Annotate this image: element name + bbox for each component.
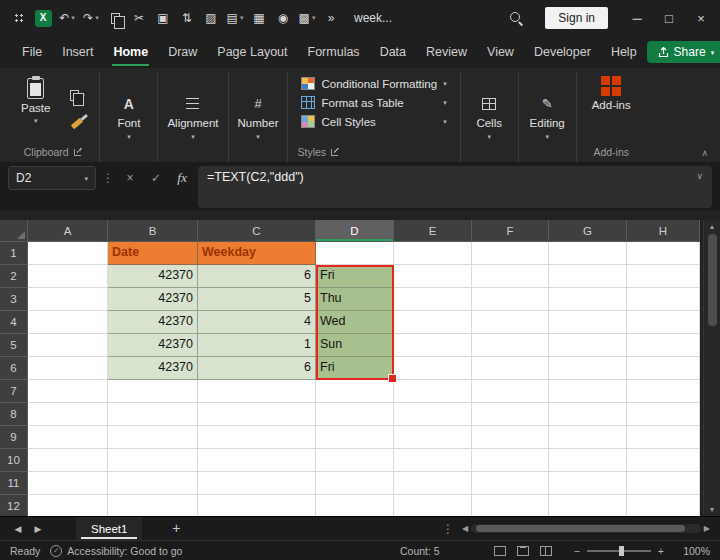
cell-f3[interactable] (472, 288, 549, 311)
cell-a7[interactable] (28, 380, 108, 403)
cell-g11[interactable] (549, 472, 627, 495)
maximize-button[interactable]: □ (654, 3, 684, 33)
paste-button[interactable]: Paste ▾ (15, 74, 56, 143)
menu-tab-developer[interactable]: Developer (524, 37, 601, 67)
horizontal-scrollbar[interactable]: ◀ ▶ (462, 523, 710, 535)
cell-g1[interactable] (549, 242, 627, 265)
menu-tab-review[interactable]: Review (416, 37, 477, 67)
cell-e9[interactable] (394, 426, 472, 449)
page-break-view-icon[interactable] (540, 546, 552, 556)
cell-b6[interactable]: 42370 (108, 357, 198, 380)
cell-a5[interactable] (28, 334, 108, 357)
cell-a8[interactable] (28, 403, 108, 426)
undo-icon[interactable]: ↶▾ (56, 6, 78, 30)
zoom-level[interactable]: 100% (674, 545, 710, 557)
column-header-f[interactable]: F (472, 220, 549, 242)
cell-e8[interactable] (394, 403, 472, 426)
share-button[interactable]: Share ▾ (647, 41, 720, 63)
column-header-b[interactable]: B (108, 220, 198, 242)
column-header-g[interactable]: G (549, 220, 627, 242)
row-header-9[interactable]: 9 (0, 426, 28, 449)
row-header-11[interactable]: 11 (0, 472, 28, 495)
cell-g3[interactable] (549, 288, 627, 311)
sheet-options-icon[interactable]: ⋮ (434, 522, 462, 536)
menu-tab-view[interactable]: View (477, 37, 524, 67)
copy-button[interactable]: ▾ (64, 87, 90, 105)
cut-icon[interactable]: ✂ (128, 6, 150, 30)
scroll-left-icon[interactable]: ◀ (462, 524, 468, 533)
cell-f5[interactable] (472, 334, 549, 357)
expand-formula-bar-icon[interactable]: ∨ (696, 171, 703, 181)
cell-e5[interactable] (394, 334, 472, 357)
cell-c9[interactable] (198, 426, 316, 449)
horizontal-scroll-track[interactable] (471, 524, 701, 533)
accessibility-status[interactable]: ✓ Accessibility: Good to go (50, 545, 182, 557)
zoom-thumb[interactable] (619, 546, 624, 556)
menu-tab-insert[interactable]: Insert (52, 37, 103, 67)
cell-c11[interactable] (198, 472, 316, 495)
cell-d3[interactable]: Thu (316, 288, 394, 311)
cancel-button[interactable]: × (120, 166, 140, 190)
alignment-group-button[interactable]: Alignment ▾ (158, 72, 228, 162)
cell-c2[interactable]: 6 (198, 265, 316, 288)
close-button[interactable]: × (686, 3, 716, 33)
cell-g8[interactable] (549, 403, 627, 426)
editing-group-button[interactable]: ✎ Editing ▾ (519, 72, 577, 162)
cell-e4[interactable] (394, 311, 472, 334)
cell-d9[interactable] (316, 426, 394, 449)
horizontal-scroll-thumb[interactable] (476, 525, 685, 532)
conditional-formatting-button[interactable]: Conditional Formatting ▾ (297, 74, 450, 93)
cell-g12[interactable] (549, 495, 627, 516)
cell-c4[interactable]: 4 (198, 311, 316, 334)
cell-e3[interactable] (394, 288, 472, 311)
cell-d7[interactable] (316, 380, 394, 403)
next-sheet-icon[interactable]: ▶ (28, 524, 48, 534)
row-header-7[interactable]: 7 (0, 380, 28, 403)
number-group-button[interactable]: # Number ▾ (229, 72, 289, 162)
cell-c1[interactable]: Weekday (198, 242, 316, 265)
cell-e7[interactable] (394, 380, 472, 403)
cell-a6[interactable] (28, 357, 108, 380)
cell-a3[interactable] (28, 288, 108, 311)
cell-e10[interactable] (394, 449, 472, 472)
cell-e6[interactable] (394, 357, 472, 380)
collapse-ribbon-icon[interactable]: ∧ (701, 148, 708, 158)
cell-d5[interactable]: Sun (316, 334, 394, 357)
cell-a4[interactable] (28, 311, 108, 334)
cell-c8[interactable] (198, 403, 316, 426)
format-as-table-button[interactable]: Format as Table ▾ (297, 93, 450, 112)
cell-c5[interactable]: 1 (198, 334, 316, 357)
enter-button[interactable]: ✓ (146, 166, 166, 190)
excel-logo-icon[interactable]: X (32, 6, 54, 30)
format-painter-button[interactable] (64, 115, 90, 133)
cell-d8[interactable] (316, 403, 394, 426)
row-header-3[interactable]: 3 (0, 288, 28, 311)
vertical-scroll-thumb[interactable] (708, 234, 717, 326)
select-all-button[interactable] (0, 220, 28, 242)
cell-b1[interactable]: Date (108, 242, 198, 265)
cell-f10[interactable] (472, 449, 549, 472)
row-header-10[interactable]: 10 (0, 449, 28, 472)
cell-b12[interactable] (108, 495, 198, 516)
cell-h1[interactable] (627, 242, 700, 265)
font-group-button[interactable]: A Font ▾ (100, 72, 158, 162)
picture-icon[interactable]: ▣ (152, 6, 174, 30)
minimize-button[interactable]: ─ (622, 3, 652, 33)
cell-f12[interactable] (472, 495, 549, 516)
cell-styles-button[interactable]: Cell Styles ▾ (297, 112, 450, 131)
row-header-8[interactable]: 8 (0, 403, 28, 426)
cell-h6[interactable] (627, 357, 700, 380)
zoom-out-icon[interactable]: − (574, 545, 580, 557)
column-header-c[interactable]: C (198, 220, 316, 242)
cell-e1[interactable] (394, 242, 472, 265)
cell-e2[interactable] (394, 265, 472, 288)
new-sheet-button[interactable]: + (166, 520, 186, 538)
cell-f1[interactable] (472, 242, 549, 265)
vertical-scrollbar[interactable]: ▲ ▼ (703, 220, 720, 516)
cell-c7[interactable] (198, 380, 316, 403)
cell-g9[interactable] (549, 426, 627, 449)
cell-d11[interactable] (316, 472, 394, 495)
menu-tab-help[interactable]: Help (601, 37, 647, 67)
sign-in-button[interactable]: Sign in (545, 7, 608, 29)
cell-h5[interactable] (627, 334, 700, 357)
